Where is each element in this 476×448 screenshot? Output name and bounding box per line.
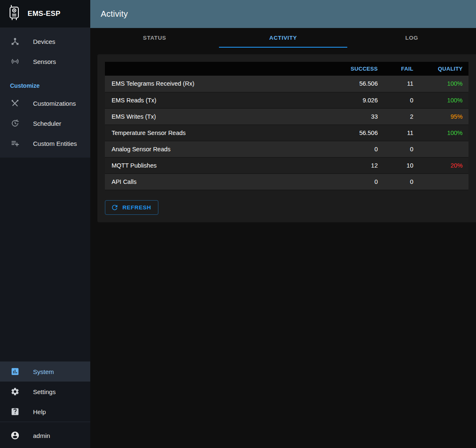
appbar: Activity (90, 0, 476, 28)
row-fail: 11 (384, 125, 419, 141)
row-success: 0 (333, 141, 384, 157)
sidebar-bottom-group: System Settings Help (0, 361, 90, 422)
help-icon (10, 407, 20, 417)
sidebar-item-settings[interactable]: Settings (0, 382, 90, 402)
sidebar-item-label: Custom Entities (33, 140, 77, 147)
row-quality (419, 173, 468, 190)
row-name: API Calls (105, 173, 333, 190)
content: STATUS ACTIVITY LOG SUCCESS FAIL QUALITY (90, 28, 476, 448)
row-name: EMS Reads (Tx) (105, 92, 333, 108)
sidebar-item-devices[interactable]: Devices (0, 31, 90, 51)
row-success: 12 (333, 157, 384, 173)
sidebar-item-label: System (33, 368, 54, 375)
table-row: EMS Telegrams Received (Rx) 56.506 11 10… (105, 76, 468, 92)
table-header-row: SUCCESS FAIL QUALITY (105, 62, 468, 76)
row-quality: 20% (419, 157, 468, 173)
activity-card: SUCCESS FAIL QUALITY EMS Telegrams Recei… (97, 54, 476, 222)
sidebar-item-system[interactable]: System (0, 361, 90, 382)
sidebar-user-section: admin (0, 422, 90, 448)
sidebar-section-customize[interactable]: Customize (0, 71, 90, 93)
main-area: Activity STATUS ACTIVITY LOG SUCCESS FAI… (90, 0, 476, 448)
sidebar-spacer (0, 158, 90, 361)
sidebar-item-user[interactable]: admin (0, 425, 90, 445)
row-success: 9.026 (333, 92, 384, 108)
sidebar-top-group: Devices Sensors Customize (0, 28, 90, 158)
row-quality: 100% (419, 92, 468, 108)
sidebar-item-help[interactable]: Help (0, 402, 90, 422)
sidebar-header: EMS-ESP (0, 0, 90, 28)
row-success: 33 (333, 108, 384, 125)
sidebar-item-label: Sensors (33, 58, 56, 65)
gear-icon (10, 387, 20, 397)
refresh-icon (111, 204, 119, 211)
column-fail-header: FAIL (384, 62, 419, 76)
schedule-icon (10, 118, 20, 128)
row-name: Analog Sensor Reads (105, 141, 333, 157)
tab-log[interactable]: LOG (347, 28, 476, 48)
row-fail: 2 (384, 108, 419, 125)
sidebar-item-scheduler[interactable]: Scheduler (0, 113, 90, 133)
row-name: MQTT Publishes (105, 157, 333, 173)
table-row: EMS Writes (Tx) 33 2 95% (105, 108, 468, 125)
sensors-icon (10, 56, 20, 66)
row-success: 56.506 (333, 76, 384, 92)
refresh-button[interactable]: REFRESH (105, 200, 158, 215)
row-quality: 100% (419, 125, 468, 141)
tab-activity[interactable]: ACTIVITY (219, 28, 348, 48)
account-icon (10, 430, 20, 440)
row-quality: 100% (419, 76, 468, 92)
sidebar-item-label: Devices (33, 38, 55, 45)
sidebar: EMS-ESP Devices Sensors Cust (0, 0, 90, 448)
row-fail: 0 (384, 141, 419, 157)
column-name-header (105, 62, 333, 76)
row-fail: 11 (384, 76, 419, 92)
row-quality: 95% (419, 108, 468, 125)
tab-bar: STATUS ACTIVITY LOG (90, 28, 476, 48)
tools-icon (10, 98, 20, 108)
sidebar-item-label: Scheduler (33, 120, 61, 127)
sidebar-item-label: Customizations (33, 100, 76, 107)
row-fail: 10 (384, 157, 419, 173)
page-title: Activity (101, 9, 128, 19)
column-success-header: SUCCESS (333, 62, 384, 76)
activity-table: SUCCESS FAIL QUALITY EMS Telegrams Recei… (105, 62, 468, 190)
tab-status[interactable]: STATUS (90, 28, 219, 48)
row-fail: 0 (384, 92, 419, 108)
row-success: 56.506 (333, 125, 384, 141)
sidebar-item-custom-entities[interactable]: Custom Entities (0, 133, 90, 153)
row-name: Temperature Sensor Reads (105, 125, 333, 141)
row-name: EMS Writes (Tx) (105, 108, 333, 125)
row-name: EMS Telegrams Received (Rx) (105, 76, 333, 92)
bar-chart-icon (10, 367, 20, 377)
row-quality (419, 141, 468, 157)
refresh-button-label: REFRESH (122, 204, 151, 211)
table-row: MQTT Publishes 12 10 20% (105, 157, 468, 173)
row-success: 0 (333, 173, 384, 190)
sidebar-item-label: Settings (33, 388, 56, 395)
table-row: EMS Reads (Tx) 9.026 0 100% (105, 92, 468, 108)
sidebar-user-label: admin (33, 432, 50, 439)
sidebar-item-label: Help (33, 408, 46, 415)
sidebar-item-customizations[interactable]: Customizations (0, 93, 90, 113)
activity-table-body: EMS Telegrams Received (Rx) 56.506 11 10… (105, 76, 468, 190)
table-row: Temperature Sensor Reads 56.506 11 100% (105, 125, 468, 141)
table-row: API Calls 0 0 (105, 173, 468, 190)
app-root: EMS-ESP Devices Sensors Cust (0, 0, 476, 448)
device-hub-icon (10, 36, 20, 46)
app-title: EMS-ESP (28, 10, 61, 18)
column-quality-header: QUALITY (419, 62, 468, 76)
row-fail: 0 (384, 173, 419, 190)
sidebar-item-sensors[interactable]: Sensors (0, 51, 90, 71)
playlist-add-icon (10, 138, 20, 148)
table-row: Analog Sensor Reads 0 0 (105, 141, 468, 157)
ems-esp-logo-icon (7, 4, 22, 23)
